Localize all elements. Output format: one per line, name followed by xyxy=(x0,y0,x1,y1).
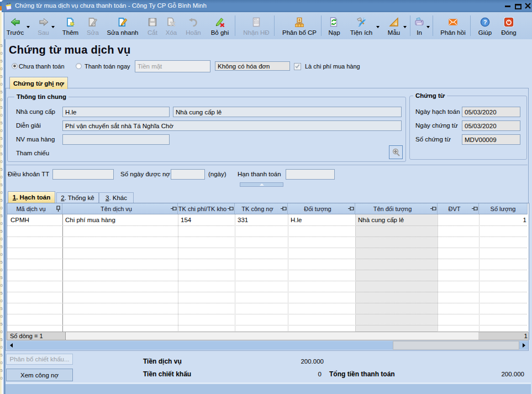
svg-text:?: ? xyxy=(483,19,487,25)
